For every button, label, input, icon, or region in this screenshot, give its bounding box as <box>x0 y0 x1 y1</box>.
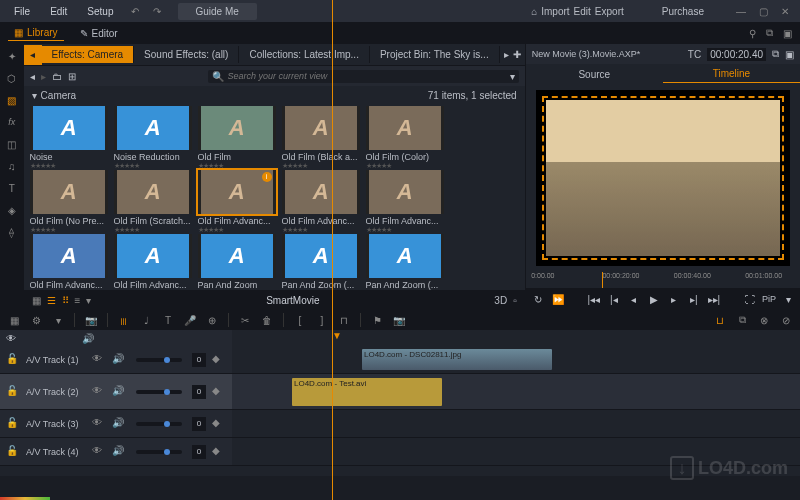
purchase-button[interactable]: Purchase <box>662 6 704 17</box>
tabs-next-icon[interactable]: ▸ <box>504 49 509 60</box>
fullscreen-icon[interactable]: ⛶ <box>742 291 758 307</box>
undo-icon[interactable]: ↶ <box>126 2 144 20</box>
footer-icon-2[interactable]: ☰ <box>47 295 56 306</box>
footer-icon-3[interactable]: ⠿ <box>62 295 69 306</box>
track-body[interactable]: LO4D.com - DSC02811.jpg <box>232 346 800 373</box>
tl-tool-a[interactable]: ⊗ <box>756 312 772 328</box>
home-button[interactable]: ⌂ <box>531 6 537 17</box>
track-eye-icon[interactable]: 👁 <box>6 333 16 344</box>
search-input[interactable] <box>228 71 506 81</box>
editor-tab[interactable]: ✎ Editor <box>74 26 124 41</box>
thumb-rating[interactable]: ★★★★★ <box>282 162 360 170</box>
lock-icon[interactable]: 🔓 <box>6 385 20 399</box>
edit-button[interactable]: Edit <box>574 6 591 17</box>
undock-icon[interactable]: ⧉ <box>766 27 773 39</box>
step-fwd-icon[interactable]: ▸ <box>666 291 682 307</box>
effect-thumb[interactable]: A Old Film (Scratch... ★★★★★ <box>114 170 192 234</box>
thumb-rating[interactable]: ★★★★★ <box>114 162 192 170</box>
minimize-icon[interactable]: — <box>732 6 750 17</box>
menu-setup[interactable]: Setup <box>79 4 121 19</box>
3d-menu-icon[interactable]: ▫ <box>513 295 517 306</box>
lib-tab-2[interactable]: Collections: Latest Imp... <box>239 46 370 63</box>
nav-back-icon[interactable]: ◂ <box>30 71 35 82</box>
tl-tool-gear-icon[interactable]: ⚙ <box>28 312 44 328</box>
tl-tool-snapshot-icon[interactable]: 📷 <box>83 312 99 328</box>
track-header[interactable]: 🔓 A/V Track (1) 👁 🔊 0 ◆ <box>0 346 232 373</box>
track-body[interactable]: LO4D.com - Test.avi <box>232 374 800 409</box>
menu-edit[interactable]: Edit <box>42 4 75 19</box>
effect-thumb[interactable]: A Old Film (Black a... ★★★★★ <box>282 106 360 170</box>
tl-tool-mark-in-icon[interactable]: [ <box>292 312 308 328</box>
volume-slider[interactable] <box>136 358 182 362</box>
effect-thumb[interactable]: A Pan And Zoom ★★★★★ <box>198 234 276 290</box>
video-clip[interactable]: LO4D.com - DSC02811.jpg <box>362 349 552 371</box>
tl-tool-marker-icon[interactable]: ⚑ <box>369 312 385 328</box>
prev-frame-icon[interactable]: |◂ <box>606 291 622 307</box>
effect-thumb[interactable]: A Old Film (No Pre... ★★★★★ <box>30 170 108 234</box>
lock-icon[interactable]: 🔓 <box>6 445 20 459</box>
track-speaker-icon[interactable]: 🔊 <box>82 333 94 344</box>
track-level[interactable]: 0 <box>192 385 206 399</box>
tl-tool-trash-icon[interactable]: 🗑 <box>259 312 275 328</box>
preview-tab-source[interactable]: Source <box>526 66 663 83</box>
effect-thumb[interactable]: A Pan And Zoom (... ★★★★★ <box>366 234 444 290</box>
keyframe-icon[interactable]: ◆ <box>212 353 226 367</box>
eye-icon[interactable]: 👁 <box>92 385 106 399</box>
import-button[interactable]: Import <box>541 6 569 17</box>
volume-slider[interactable] <box>136 390 182 394</box>
tabs-prev-icon[interactable]: ◂ <box>24 45 42 65</box>
sidebar-icon-disc[interactable]: ⟠ <box>4 224 20 240</box>
step-back-icon[interactable]: ◂ <box>626 291 642 307</box>
effect-thumb[interactable]: A Noise ★★★★★ <box>30 106 108 170</box>
track-level[interactable]: 0 <box>192 353 206 367</box>
panel-close-icon[interactable]: ▣ <box>783 28 792 39</box>
effect-thumb[interactable]: A i Old Film Advanc... ★★★★★ <box>198 170 276 234</box>
thumb-rating[interactable]: ★★★★★ <box>366 162 444 170</box>
preview-crop-frame[interactable] <box>542 96 784 260</box>
mute-icon[interactable]: 🔊 <box>112 353 126 367</box>
effect-thumb[interactable]: A Old Film ★★★★★ <box>198 106 276 170</box>
redo-icon[interactable]: ↷ <box>148 2 166 20</box>
tree-icon[interactable]: ⊞ <box>68 71 76 82</box>
guide-me-button[interactable]: Guide Me <box>178 3 257 20</box>
keyframe-icon[interactable]: ◆ <box>212 385 226 399</box>
tl-tool-music-icon[interactable]: ♩ <box>138 312 154 328</box>
preview-ruler[interactable]: 0:00.00 00:00:20:00 00:00:40.00 00:01:00… <box>526 272 800 288</box>
eye-icon[interactable]: 👁 <box>92 353 106 367</box>
track-level[interactable]: 0 <box>192 417 206 431</box>
tl-tool-magnet-icon[interactable]: ⊔ <box>712 312 728 328</box>
effect-thumb[interactable]: A Noise Reduction ★★★★★ <box>114 106 192 170</box>
mute-icon[interactable]: 🔊 <box>112 417 126 431</box>
play-icon[interactable]: ▶ <box>646 291 662 307</box>
tl-tool-b[interactable]: ⊘ <box>778 312 794 328</box>
tl-tool-mic-icon[interactable]: 🎤 <box>182 312 198 328</box>
eye-icon[interactable]: 👁 <box>92 445 106 459</box>
tl-tool-vo-icon[interactable]: ⊕ <box>204 312 220 328</box>
sidebar-icon-collections[interactable]: ⬡ <box>4 70 20 86</box>
footer-icon-1[interactable]: ▦ <box>32 295 41 306</box>
track-header[interactable]: 🔓 A/V Track (2) 👁 🔊 0 ◆ <box>0 374 232 409</box>
playhead-marker[interactable]: ▼ <box>332 330 342 341</box>
tl-tool-3[interactable]: ▾ <box>50 312 66 328</box>
thumb-rating[interactable]: ★★★★★ <box>198 226 276 234</box>
add-tab-icon[interactable]: ✚ <box>513 49 521 60</box>
timeline-ruler[interactable]: ▼ <box>232 330 800 346</box>
mute-icon[interactable]: 🔊 <box>112 445 126 459</box>
export-button[interactable]: Export <box>595 6 624 17</box>
timeline-playhead[interactable] <box>332 346 333 476</box>
search-menu-icon[interactable]: ▾ <box>510 71 515 82</box>
lib-tab-3[interactable]: Project Bin: The Sky is... <box>370 46 500 63</box>
nav-fwd-icon[interactable]: ▸ <box>41 71 46 82</box>
mute-icon[interactable]: 🔊 <box>112 385 126 399</box>
thumb-rating[interactable]: ★★★★★ <box>30 162 108 170</box>
track-level[interactable]: 0 <box>192 445 206 459</box>
library-tab[interactable]: ▦ Library <box>8 25 64 41</box>
pin-icon[interactable]: ⚲ <box>749 28 756 39</box>
effect-thumb[interactable]: A Old Film Advanc... ★★★★★ <box>282 170 360 234</box>
lock-icon[interactable]: 🔓 <box>6 353 20 367</box>
keyframe-icon[interactable]: ◆ <box>212 445 226 459</box>
tl-tool-mark-out-icon[interactable]: ] <box>314 312 330 328</box>
eye-icon[interactable]: 👁 <box>92 417 106 431</box>
keyframe-icon[interactable]: ◆ <box>212 417 226 431</box>
track-header[interactable]: 🔓 A/V Track (3) 👁 🔊 0 ◆ <box>0 410 232 437</box>
